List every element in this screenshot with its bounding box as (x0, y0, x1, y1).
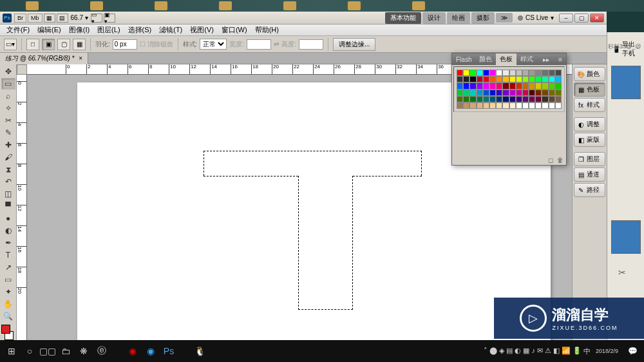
swatch-cell[interactable] (529, 76, 535, 82)
app-blue-icon[interactable]: ◉ (142, 342, 160, 360)
ruler-origin[interactable] (17, 64, 27, 75)
swatch-cell[interactable] (509, 82, 516, 89)
swatch-cell[interactable] (502, 76, 509, 82)
workspace-more[interactable]: ≫ (496, 13, 513, 23)
swatch-cell[interactable] (509, 76, 516, 82)
swatch-cell[interactable] (489, 102, 496, 109)
swatch-cell[interactable] (463, 76, 469, 82)
move-tool-icon[interactable]: ✥ (1, 66, 15, 77)
swatch-cell[interactable] (555, 76, 562, 82)
swatch-cell[interactable] (483, 90, 489, 96)
swatch-cell[interactable] (522, 70, 529, 76)
swatch-cell[interactable] (496, 102, 502, 109)
eyedropper-tool-icon[interactable]: ✎ (1, 127, 15, 138)
swatch-cell[interactable] (489, 76, 496, 82)
path-tool-icon[interactable]: ↗ (1, 262, 15, 273)
view-extras2-icon[interactable]: ▤ (57, 14, 68, 23)
edge-icon[interactable]: ⓔ (93, 342, 111, 360)
swatch-cell[interactable] (496, 76, 502, 82)
swatch-cell[interactable] (469, 90, 476, 96)
eraser-tool-icon[interactable]: ◫ (1, 188, 15, 200)
dock-swatches[interactable]: ▦色板 (574, 82, 605, 97)
swatch-cell[interactable] (522, 82, 529, 89)
feather-input[interactable] (113, 39, 137, 50)
intersect-selection-icon[interactable]: ▦ (73, 39, 86, 50)
swatch-cell[interactable] (542, 102, 548, 109)
swatch-cell[interactable] (496, 82, 502, 89)
swatch-cell[interactable] (529, 82, 535, 89)
crop-tool-icon[interactable]: ✂ (1, 115, 15, 126)
dock-color[interactable]: 🎨颜色 (574, 67, 605, 81)
menu-file[interactable]: 文件(F) (3, 24, 33, 36)
marquee-tool-preset-icon[interactable]: ▭▾ (4, 39, 17, 50)
swatch-cell[interactable] (535, 82, 542, 89)
swatch-cell[interactable] (477, 82, 483, 89)
minimize-button[interactable]: – (559, 14, 573, 23)
gradient-tool-icon[interactable]: ▀ (1, 200, 15, 212)
wand-tool-icon[interactable]: ✧ (1, 102, 15, 114)
dock-masks[interactable]: ◧蒙版 (574, 133, 605, 147)
style-select[interactable]: 正常 (200, 39, 227, 50)
dock-paths[interactable]: ✎路径 (574, 183, 605, 197)
add-selection-icon[interactable]: ▣ (42, 39, 55, 50)
menu-layer[interactable]: 图层(L) (93, 24, 124, 36)
system-tray[interactable]: ˄ ⬤ ◈ ▤ ◐ ▦ ♪ ✉ ⚠ ◧ 📶 🔋 中 (484, 347, 591, 356)
swatch-cell[interactable] (549, 70, 555, 76)
swatch-cell[interactable] (516, 82, 522, 89)
swatch-cell[interactable] (516, 70, 522, 76)
side-thumbnail-1[interactable] (611, 66, 641, 99)
swatch-cell[interactable] (457, 102, 463, 109)
menu-filter[interactable]: 滤镜(T) (155, 24, 186, 36)
swatch-cell[interactable] (457, 96, 463, 102)
swatch-cell[interactable] (555, 96, 562, 102)
blur-tool-icon[interactable]: ● (1, 213, 15, 224)
panel-tab-styles[interactable]: 样式 (516, 53, 537, 65)
swatch-cell[interactable] (542, 90, 548, 96)
bridge-button[interactable]: Br (14, 14, 26, 23)
swatch-cell[interactable] (529, 96, 535, 102)
color-swatches[interactable] (1, 325, 15, 340)
swatch-cell[interactable] (469, 96, 476, 102)
swatch-cell[interactable] (483, 96, 489, 102)
swatch-cell[interactable] (477, 102, 483, 109)
swatch-cell[interactable] (555, 102, 562, 109)
taskbar-date[interactable]: 2018/2/9 (592, 348, 622, 355)
swatch-cell[interactable] (516, 96, 522, 102)
panel-tab-flash[interactable]: Flash (452, 55, 475, 64)
swatch-cell[interactable] (483, 76, 489, 82)
swatch-cell[interactable] (477, 96, 483, 102)
swatch-cell[interactable] (457, 82, 463, 89)
type-tool-icon[interactable]: T (1, 249, 15, 261)
swatches-floating-panel[interactable]: Flash 颜色 色板 样式 ▸▸ ≡ ◻ 🗑 (451, 53, 567, 166)
swatch-cell[interactable] (502, 102, 509, 109)
dock-channels[interactable]: ▤通道 (574, 167, 605, 182)
new-selection-icon[interactable]: □ (26, 39, 39, 50)
swatch-cell[interactable] (469, 70, 476, 76)
maximize-button[interactable]: ▢ (574, 14, 589, 23)
healing-tool-icon[interactable]: ✚ (1, 139, 15, 151)
swatch-cell[interactable] (516, 76, 522, 82)
swatch-cell[interactable] (555, 90, 562, 96)
swatch-cell[interactable] (502, 96, 509, 102)
marquee-tool-icon[interactable]: ▭ (1, 78, 15, 90)
brush-tool-icon[interactable]: 🖌 (1, 151, 15, 163)
minibridge-button[interactable]: Mb (28, 14, 43, 23)
swatch-cell[interactable] (489, 96, 496, 102)
document-close-icon[interactable]: × (79, 55, 82, 62)
swatch-cell[interactable] (522, 96, 529, 102)
swatch-cell[interactable] (542, 82, 548, 89)
app-1-icon[interactable]: ❋ (75, 342, 93, 360)
dock-layers[interactable]: ❒图层 (574, 152, 605, 166)
swatch-cell[interactable] (542, 76, 548, 82)
swatch-cell[interactable] (463, 90, 469, 96)
menu-select[interactable]: 选择(S) (124, 24, 156, 36)
cortana-icon[interactable]: ○ (21, 342, 39, 360)
swatch-cell[interactable] (555, 70, 562, 76)
swatch-cell[interactable] (535, 76, 542, 82)
document-tab[interactable]: 练习 @ 66.7%(RGB/8) * × (0, 53, 88, 64)
swatch-cell[interactable] (496, 90, 502, 96)
stamp-tool-icon[interactable]: ⧗ (1, 164, 15, 175)
view-extras-icon[interactable]: ▦ (44, 14, 55, 23)
swatch-cell[interactable] (522, 76, 529, 82)
swatch-cell[interactable] (469, 102, 476, 109)
